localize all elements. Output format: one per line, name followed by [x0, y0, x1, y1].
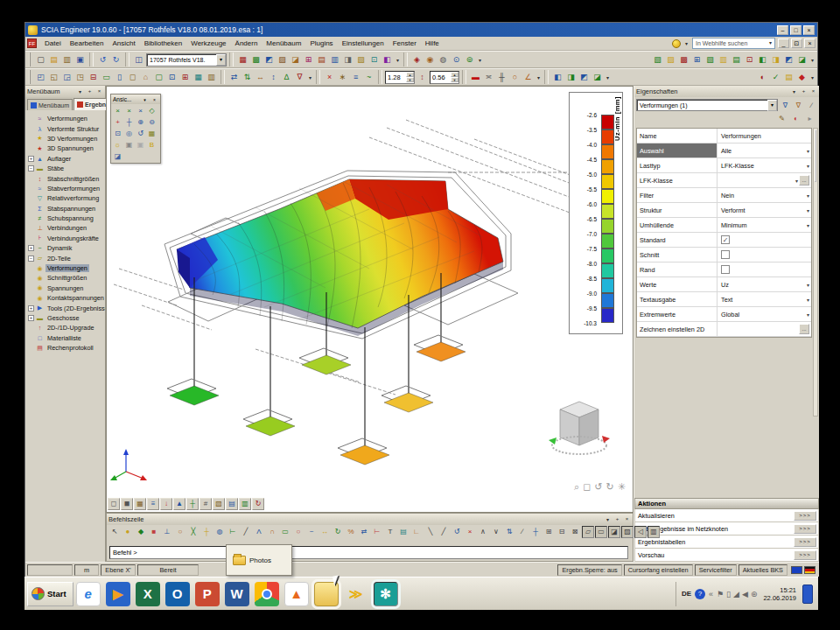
- outlook-icon[interactable]: O: [165, 582, 190, 606]
- rotate-tool-icon[interactable]: ↻: [332, 526, 344, 538]
- join-icon[interactable]: ∕: [516, 526, 528, 538]
- action-detailergebnisse-im-netzknoten[interactable]: Detailergebnisse im Netzknoten>>>: [634, 522, 819, 536]
- arc-icon[interactable]: ∩: [266, 526, 278, 538]
- move-node-icon[interactable]: ↔: [318, 526, 331, 538]
- modify-overflow-icon[interactable]: ▾: [307, 74, 313, 80]
- tree-item-2d-verformungen[interactable]: ◉Verformungen: [25, 263, 105, 273]
- tree-item-stabverformungen[interactable]: ≈Stabverformungen: [25, 184, 105, 193]
- view-top-icon[interactable]: ◩: [578, 71, 591, 84]
- menu-datei[interactable]: Datei: [40, 38, 66, 50]
- tray-battery-icon[interactable]: ▯: [726, 590, 731, 598]
- delete-icon[interactable]: ×: [323, 71, 336, 84]
- spin-down2-icon[interactable]: ▼: [451, 77, 458, 82]
- snap-grid-icon[interactable]: ┼: [200, 526, 213, 538]
- property-row-schnitt[interactable]: Schnitt: [637, 248, 811, 262]
- member-axes-icon[interactable]: ┼: [186, 498, 199, 510]
- select-poly-icon[interactable]: ▱: [582, 526, 594, 538]
- printer-icon[interactable]: ◨: [341, 53, 354, 66]
- checkbox-icon[interactable]: [721, 265, 730, 274]
- status-servicefilter[interactable]: Servicefilter: [695, 564, 737, 576]
- properties-selector-combo[interactable]: Verformungen (1)▾: [636, 99, 778, 111]
- tree-item-auflager[interactable]: +▲Auflager: [25, 154, 105, 164]
- ortho-icon[interactable]: ∟: [410, 526, 423, 538]
- snap-perp-icon[interactable]: ⊢: [227, 526, 239, 538]
- dropdown-arrow-icon[interactable]: ▾: [807, 222, 809, 228]
- result-copy-icon[interactable]: ▥: [717, 53, 730, 66]
- zoom-out-icon[interactable]: ⊖: [146, 116, 158, 128]
- vertex-down-icon[interactable]: ∨: [490, 526, 502, 538]
- smiley-dropdown-icon[interactable]: ▾: [683, 40, 690, 46]
- status-cell-Ebene X'[interactable]: Ebene X': [101, 564, 136, 576]
- tree-item-2d-spannungen[interactable]: ◉Spannungen: [25, 284, 105, 293]
- flip-icon[interactable]: ⇅: [503, 526, 515, 538]
- nav-rotate-left-icon[interactable]: ↺: [594, 481, 602, 493]
- annotation-icon[interactable]: ⊚: [463, 53, 476, 66]
- tab-men-baum[interactable]: Menübaum: [27, 99, 73, 110]
- tray-expand-icon[interactable]: «: [709, 590, 713, 598]
- properties-scrollbar[interactable]: [813, 128, 818, 416]
- center-point-icon[interactable]: ◆: [795, 71, 808, 84]
- bim-beam-icon[interactable]: ◲: [60, 71, 74, 84]
- table-del-icon[interactable]: ⊟: [556, 526, 568, 538]
- mirror-icon[interactable]: ∇: [293, 71, 306, 84]
- menu-ansicht[interactable]: Ansicht: [108, 38, 139, 50]
- tree-item-3d-verformungen[interactable]: ★3D Verformungen: [25, 134, 105, 144]
- snap-intersect-icon[interactable]: ╳: [187, 526, 200, 538]
- menu-menübaum[interactable]: Menübaum: [262, 38, 305, 50]
- mdi-close-button[interactable]: ×: [804, 38, 816, 48]
- view-axo-icon[interactable]: ◇: [146, 105, 158, 116]
- pin-icon[interactable]: ×: [150, 97, 158, 102]
- combinations-icon[interactable]: ⊞: [302, 53, 315, 66]
- webhelp-dropdown-icon[interactable]: ▾: [769, 38, 772, 48]
- zoom-all-icon[interactable]: ◉: [424, 53, 437, 66]
- line-icon[interactable]: ╱: [240, 526, 252, 538]
- new-icon[interactable]: ▢: [34, 53, 47, 66]
- snap-tangent-icon[interactable]: ◍: [214, 526, 226, 538]
- scale-deform-icon[interactable]: ↕: [416, 71, 429, 84]
- german-flag-icon[interactable]: [804, 566, 816, 574]
- mdi-minimize-button[interactable]: _: [778, 38, 789, 48]
- tray-misc-icon[interactable]: ⊛: [751, 590, 758, 598]
- gallery-icon[interactable]: ◧: [381, 53, 394, 66]
- select-rect-icon[interactable]: ▭: [595, 526, 607, 538]
- bim-storey-icon[interactable]: ▥: [205, 71, 218, 84]
- load-cases-icon[interactable]: ◪: [289, 53, 302, 66]
- copy-icon[interactable]: ⇅: [241, 71, 254, 84]
- scale-deform-spinner[interactable]: 1.28▲▼: [385, 71, 415, 84]
- taskbar-clock[interactable]: 15:21 22.06.2019: [760, 586, 799, 602]
- panel-menu-icon[interactable]: ▾: [141, 97, 149, 102]
- select-arrow-icon[interactable]: ↖: [108, 526, 121, 538]
- nav-rotate-right-icon[interactable]: ↻: [606, 481, 614, 493]
- window-overflow-icon[interactable]: ▾: [605, 74, 611, 80]
- view-y-icon[interactable]: ×: [123, 105, 135, 116]
- tree-item-rechenprotokoll[interactable]: ▤Rechenprotokoll: [25, 343, 105, 353]
- vertex-up-icon[interactable]: ∧: [477, 526, 489, 538]
- tree-item-kontaktspannungen[interactable]: ◉Kontaktspannungen: [25, 293, 105, 303]
- solver-icon[interactable]: ◩: [262, 53, 276, 66]
- language-flag-icon[interactable]: [791, 566, 802, 574]
- explode-icon[interactable]: ∗: [336, 71, 349, 84]
- table-results-icon[interactable]: ⊡: [368, 53, 381, 66]
- result-lock-icon[interactable]: ◩: [782, 53, 795, 66]
- dropdown-arrow-icon[interactable]: ▾: [807, 148, 809, 154]
- concrete-icon[interactable]: ▤: [315, 53, 328, 66]
- view-x-icon[interactable]: ×: [112, 105, 123, 116]
- chart-pie-icon[interactable]: ◐: [790, 113, 802, 124]
- language-indicator[interactable]: DE: [682, 590, 691, 598]
- action-execute-button[interactable]: >>>: [794, 550, 816, 560]
- ellipsis-button[interactable]: ...: [799, 324, 809, 334]
- action-execute-button[interactable]: >>>: [794, 511, 816, 521]
- tree-item-2d-1d-upgrade[interactable]: ↑2D-/1D-Upgrade: [25, 323, 105, 332]
- mdi-document-icon[interactable]: FF: [27, 38, 37, 48]
- table-edit-icon[interactable]: ⊞: [542, 526, 555, 538]
- property-row-auswahl[interactable]: AuswahlAlle▾: [637, 144, 811, 158]
- result-display-icon[interactable]: ▧: [651, 53, 664, 66]
- spline-icon[interactable]: ~: [305, 526, 318, 538]
- media-player-icon[interactable]: ▶: [106, 582, 130, 606]
- view-front-icon[interactable]: ◧: [551, 71, 564, 84]
- tray-volume-icon[interactable]: ◀: [742, 590, 748, 598]
- panel-menu-icon[interactable]: ▾: [790, 88, 798, 94]
- result-tools-icon[interactable]: ◨: [769, 53, 782, 66]
- property-row-filter[interactable]: FilterNein▾: [637, 188, 811, 203]
- nav-zoom-icon[interactable]: ⌕: [574, 481, 579, 493]
